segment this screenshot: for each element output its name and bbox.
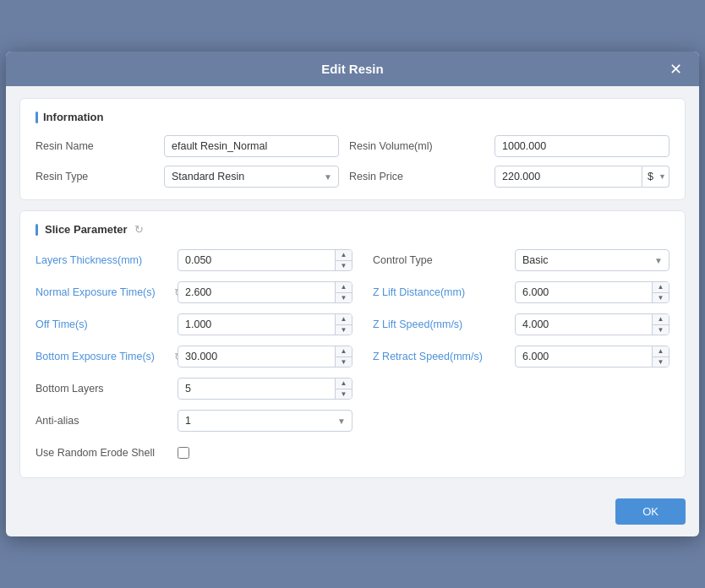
dialog-body: Information Resin Name Resin Volume(ml) … — [6, 86, 699, 490]
edit-resin-dialog: Edit Resin ✕ Information Resin Name Resi… — [6, 52, 699, 536]
z-retract-speed-label: Z Retract Speed(mm/s) — [373, 351, 508, 362]
dialog-footer: OK — [6, 490, 699, 536]
dialog-header: Edit Resin ✕ — [6, 52, 699, 86]
z-lift-speed-down-button[interactable]: ▼ — [652, 325, 669, 335]
bottom-layers-row: Bottom Layers ▲ ▼ — [36, 376, 352, 401]
z-lift-distance-input[interactable] — [515, 281, 669, 303]
currency-wrapper: $ € £ ¥ ▼ — [642, 166, 669, 188]
normal-exposure-down-button[interactable]: ▼ — [335, 293, 352, 303]
off-time-spinner-buttons: ▲ ▼ — [335, 314, 352, 335]
off-time-spinner: ▲ ▼ — [178, 313, 352, 335]
normal-exposure-label: Normal Exposure Time(s) — [36, 286, 171, 298]
information-grid: Resin Name Resin Volume(ml) Resin Type S… — [36, 135, 669, 188]
anti-alias-label: Anti-alias — [36, 415, 171, 427]
bottom-layers-spinner-buttons: ▲ ▼ — [335, 378, 352, 399]
use-random-erode-label: Use Random Erode Shell — [36, 447, 171, 459]
z-retract-speed-spinner-buttons: ▲ ▼ — [652, 346, 669, 367]
control-type-select[interactable]: Basic Advanced — [515, 249, 669, 271]
layers-thickness-up-button[interactable]: ▲ — [335, 250, 352, 261]
bottom-exposure-label: Bottom Exposure Time(s) — [36, 351, 171, 362]
z-retract-speed-down-button[interactable]: ▼ — [652, 357, 669, 368]
use-random-erode-checkbox[interactable] — [178, 447, 189, 459]
slice-info-icon[interactable]: ↻ — [134, 223, 144, 236]
slice-parameter-section: Slice Parameter ↻ Layers Thickness(mm) ▲… — [19, 210, 686, 478]
off-time-row: Off Time(s) ▲ ▼ — [36, 312, 352, 337]
normal-exposure-row: Normal Exposure Time(s) ↻ ▲ ▼ — [36, 280, 352, 305]
layers-thickness-label: Layers Thickness(mm) — [36, 254, 171, 266]
information-section: Information Resin Name Resin Volume(ml) … — [19, 98, 686, 200]
layers-thickness-spinner: ▲ ▼ — [178, 249, 352, 271]
z-lift-distance-up-button[interactable]: ▲ — [652, 282, 669, 293]
resin-price-wrapper: $ € £ ¥ ▼ — [495, 166, 669, 188]
z-lift-speed-up-button[interactable]: ▲ — [652, 314, 669, 325]
normal-exposure-up-button[interactable]: ▲ — [335, 282, 352, 293]
close-button[interactable]: ✕ — [664, 60, 687, 79]
anti-alias-wrapper: 1 2 4 8 ▼ — [178, 410, 352, 432]
anti-alias-select[interactable]: 1 2 4 8 — [178, 410, 352, 432]
normal-exposure-spinner-buttons: ▲ ▼ — [335, 282, 352, 302]
resin-type-select[interactable]: Standard Resin ABS-Like Flexible Castabl… — [164, 166, 339, 188]
z-lift-speed-spinner-buttons: ▲ ▼ — [652, 314, 669, 335]
control-type-label: Control Type — [373, 254, 508, 266]
normal-exposure-input[interactable] — [178, 281, 352, 303]
slice-right-column: Control Type Basic Advanced ▼ Z Lift Dis… — [352, 248, 669, 466]
bottom-exposure-label-group: Bottom Exposure Time(s) ↻ — [36, 351, 171, 363]
bottom-exposure-spinner: ▲ ▼ — [178, 346, 352, 368]
z-lift-distance-down-button[interactable]: ▼ — [652, 293, 669, 303]
z-lift-speed-row: Z Lift Speed(mm/s) ▲ ▼ — [373, 312, 669, 337]
normal-exposure-label-group: Normal Exposure Time(s) ↻ — [36, 286, 171, 299]
resin-price-label: Resin Price — [349, 171, 484, 182]
z-lift-distance-spinner-buttons: ▲ ▼ — [652, 282, 669, 302]
currency-select[interactable]: $ € £ ¥ — [642, 166, 669, 188]
z-retract-speed-row: Z Retract Speed(mm/s) ▲ ▼ — [373, 344, 669, 369]
off-time-down-button[interactable]: ▼ — [335, 325, 352, 335]
information-section-title: Information — [36, 111, 669, 123]
bottom-layers-spinner: ▲ ▼ — [178, 378, 352, 400]
layers-thickness-input[interactable] — [178, 249, 352, 271]
resin-name-input[interactable] — [164, 135, 339, 157]
use-random-erode-row: Use Random Erode Shell — [36, 440, 352, 466]
resin-type-wrapper: Standard Resin ABS-Like Flexible Castabl… — [164, 166, 339, 188]
bottom-layers-label: Bottom Layers — [36, 383, 171, 395]
off-time-up-button[interactable]: ▲ — [335, 314, 352, 325]
z-lift-distance-label: Z Lift Distance(mm) — [373, 286, 508, 298]
slice-section-header: Slice Parameter ↻ — [36, 223, 669, 236]
anti-alias-row: Anti-alias 1 2 4 8 ▼ — [36, 408, 352, 433]
z-lift-speed-spinner: ▲ ▼ — [515, 313, 669, 335]
bottom-exposure-input[interactable] — [178, 346, 352, 368]
z-lift-distance-spinner: ▲ ▼ — [515, 281, 669, 303]
resin-price-input[interactable] — [495, 166, 642, 188]
layers-thickness-down-button[interactable]: ▼ — [335, 261, 352, 271]
dialog-title: Edit Resin — [321, 62, 383, 76]
resin-type-label: Resin Type — [36, 171, 154, 182]
z-lift-speed-label: Z Lift Speed(mm/s) — [373, 318, 508, 330]
layers-thickness-row: Layers Thickness(mm) ▲ ▼ — [36, 248, 352, 273]
bottom-exposure-row: Bottom Exposure Time(s) ↻ ▲ ▼ — [36, 344, 352, 369]
control-type-wrapper: Basic Advanced ▼ — [515, 249, 669, 271]
bottom-layers-down-button[interactable]: ▼ — [335, 389, 352, 400]
normal-exposure-spinner: ▲ ▼ — [178, 281, 352, 303]
bottom-exposure-up-button[interactable]: ▲ — [335, 346, 352, 357]
z-retract-speed-up-button[interactable]: ▲ — [652, 346, 669, 357]
layers-thickness-spinner-buttons: ▲ ▼ — [335, 250, 352, 270]
bottom-exposure-down-button[interactable]: ▼ — [335, 357, 352, 368]
section-accent — [36, 224, 38, 236]
resin-volume-label: Resin Volume(ml) — [349, 140, 484, 152]
ok-button[interactable]: OK — [615, 498, 686, 525]
off-time-input[interactable] — [178, 313, 352, 335]
bottom-exposure-spinner-buttons: ▲ ▼ — [335, 346, 352, 367]
off-time-label: Off Time(s) — [36, 318, 171, 330]
resin-name-label: Resin Name — [36, 140, 154, 152]
slice-section-title: Slice Parameter — [45, 223, 128, 236]
control-type-row: Control Type Basic Advanced ▼ — [373, 248, 669, 273]
z-lift-speed-input[interactable] — [515, 313, 669, 335]
z-lift-distance-row: Z Lift Distance(mm) ▲ ▼ — [373, 280, 669, 305]
z-retract-speed-spinner: ▲ ▼ — [515, 346, 669, 368]
resin-volume-input[interactable] — [495, 135, 669, 157]
z-retract-speed-input[interactable] — [515, 346, 669, 368]
bottom-layers-input[interactable] — [178, 378, 352, 400]
slice-left-column: Layers Thickness(mm) ▲ ▼ Normal Expo — [36, 248, 352, 466]
slice-params-grid: Layers Thickness(mm) ▲ ▼ Normal Expo — [36, 248, 669, 466]
bottom-layers-up-button[interactable]: ▲ — [335, 378, 352, 389]
